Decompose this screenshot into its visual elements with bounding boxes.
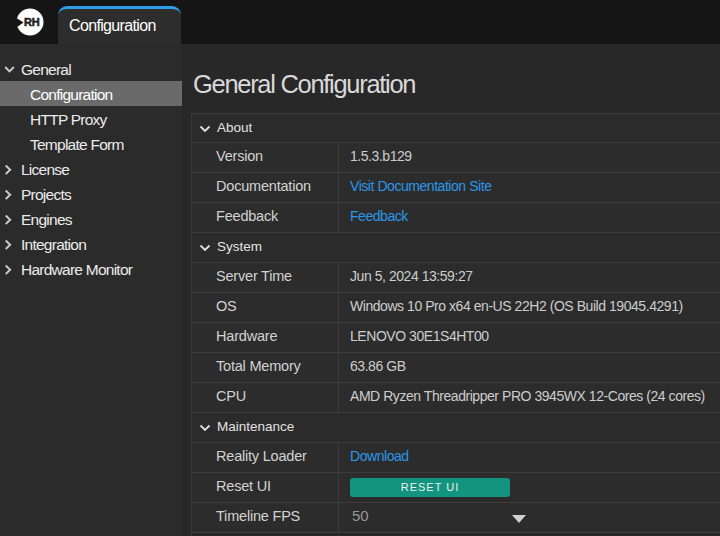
svg-text:RH: RH	[24, 16, 40, 28]
